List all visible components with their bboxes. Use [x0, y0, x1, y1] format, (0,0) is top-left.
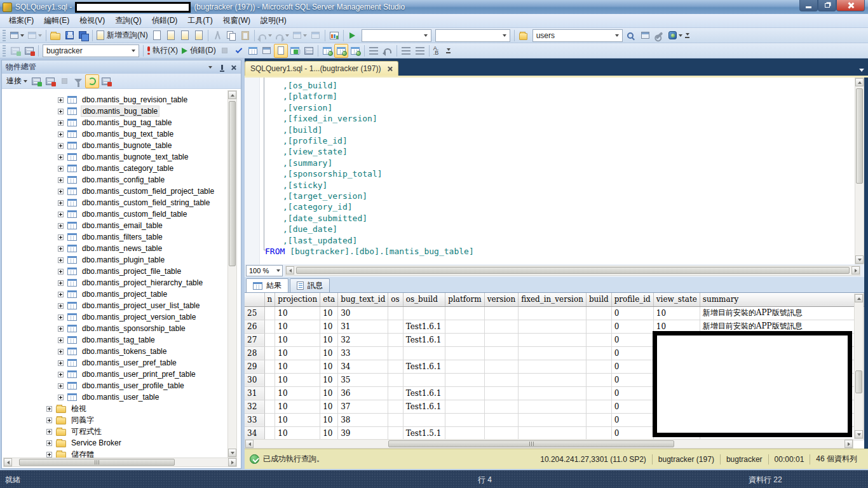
grid-cell[interactable]: [403, 373, 445, 386]
tree-item-table[interactable]: dbo.mantis_project_hierarchy_table: [2, 277, 231, 288]
grid-cell[interactable]: [445, 346, 484, 360]
scroll-down-button[interactable]: [855, 255, 864, 264]
scroll-thumb[interactable]: [388, 440, 674, 447]
scroll-up-button[interactable]: [855, 78, 864, 86]
grid-cell[interactable]: [519, 386, 587, 400]
grid-vertical-scrollbar[interactable]: [854, 294, 864, 439]
expand-plus-icon[interactable]: [58, 315, 64, 320]
tree-item-table[interactable]: dbo.mantis_bug_text_table: [2, 128, 231, 140]
grid-column-header[interactable]: build: [586, 293, 611, 306]
tree-item-table[interactable]: dbo.mantis_bug_table: [2, 105, 231, 117]
tree-item-table[interactable]: dbo.mantis_user_pref_table: [2, 357, 231, 369]
grid-cell[interactable]: [264, 360, 275, 373]
tree-item-table[interactable]: dbo.mantis_project_file_table: [2, 266, 231, 277]
grid-cell[interactable]: 0: [611, 360, 653, 373]
expand-plus-icon[interactable]: [58, 292, 64, 297]
mdx-query-button[interactable]: [164, 29, 178, 43]
menu-query[interactable]: 查詢(Q): [110, 14, 146, 27]
scroll-thumb[interactable]: [856, 88, 863, 184]
grid-cell[interactable]: Test1.6.1: [403, 400, 445, 413]
oe-remove-button[interactable]: [43, 74, 57, 88]
grid-cell[interactable]: [484, 386, 519, 400]
grid-cell[interactable]: 0: [611, 400, 653, 413]
find-button[interactable]: [625, 29, 639, 43]
tree-item-table[interactable]: dbo.mantis_user_print_pref_table: [2, 369, 231, 380]
template-explorer-button[interactable]: [517, 29, 531, 43]
grid-cell[interactable]: [484, 346, 519, 360]
expand-plus-icon[interactable]: [58, 212, 64, 217]
grid-cell[interactable]: 0: [611, 333, 653, 346]
grid-cell[interactable]: [445, 306, 484, 320]
grid-cell[interactable]: 10: [320, 400, 338, 413]
tab-close-icon[interactable]: [387, 66, 392, 71]
change-connection-button[interactable]: [22, 44, 36, 58]
grid-cell[interactable]: [519, 360, 587, 373]
scroll-up-button[interactable]: [228, 91, 236, 99]
grid-cell[interactable]: 10: [275, 386, 320, 400]
expand-plus-icon[interactable]: [58, 132, 64, 137]
expand-plus-icon[interactable]: [58, 303, 64, 309]
grid-cell[interactable]: [586, 373, 611, 386]
grid-cell[interactable]: 35: [338, 373, 388, 386]
oe-disconnect-button[interactable]: [29, 74, 43, 88]
grid-cell[interactable]: 新增目前安裝的APP版號訊息: [700, 306, 864, 320]
results-to-file-button[interactable]: [348, 44, 362, 58]
oe-delete-button[interactable]: [99, 74, 113, 88]
grid-cell[interactable]: [519, 400, 587, 413]
expand-plus-icon[interactable]: [58, 349, 64, 355]
grid-column-header[interactable]: n: [264, 293, 275, 306]
expand-plus-icon[interactable]: [58, 269, 64, 274]
grid-cell[interactable]: [484, 360, 519, 373]
grid-cell[interactable]: [264, 306, 275, 320]
grid-cell[interactable]: 10: [320, 333, 338, 346]
grid-cell[interactable]: [484, 306, 519, 320]
expand-plus-icon[interactable]: [58, 143, 64, 149]
expand-plus-icon[interactable]: [58, 223, 64, 229]
grid-cell[interactable]: 33: [338, 346, 388, 360]
expand-plus-icon[interactable]: [58, 166, 64, 172]
grid-cell[interactable]: [586, 426, 611, 440]
grid-cell[interactable]: [484, 413, 519, 426]
grid-cell[interactable]: 10: [653, 306, 700, 320]
intellisense-button[interactable]: [260, 44, 274, 58]
redo-button[interactable]: [274, 29, 291, 43]
oe-refresh-button[interactable]: [85, 74, 99, 88]
editor-horizontal-scrollbar[interactable]: [285, 266, 860, 276]
grid-row-header[interactable]: 29: [245, 360, 264, 373]
grid-cell[interactable]: Test1.5.1: [403, 426, 445, 440]
menu-view[interactable]: 檢視(V): [74, 14, 110, 27]
tree-item-table[interactable]: dbo.mantis_user_profile_table: [2, 380, 231, 391]
grid-cell[interactable]: 10: [275, 333, 320, 346]
restore-button[interactable]: [818, 0, 836, 11]
grid-cell[interactable]: 36: [338, 386, 388, 400]
panel-menu-button[interactable]: [205, 62, 215, 72]
grid-cell[interactable]: [403, 306, 445, 320]
grid-cell[interactable]: [586, 320, 611, 333]
grid-cell[interactable]: [264, 400, 275, 413]
scroll-thumb[interactable]: [19, 459, 175, 466]
expand-plus-icon[interactable]: [46, 417, 52, 423]
grid-cell[interactable]: [484, 426, 519, 440]
connect-button[interactable]: [8, 44, 22, 58]
grid-column-header[interactable]: os_build: [403, 293, 445, 306]
expand-plus-icon[interactable]: [58, 257, 64, 263]
grid-cell[interactable]: 10: [320, 306, 338, 320]
document-list-dropdown[interactable]: [859, 69, 864, 72]
grid-cell[interactable]: 0: [611, 346, 653, 360]
paste-button[interactable]: [238, 29, 252, 43]
editor-vertical-scrollbar[interactable]: [855, 78, 864, 264]
toolbar-overflow-button[interactable]: [445, 45, 452, 57]
grid-cell[interactable]: [388, 360, 403, 373]
grid-cell[interactable]: 10: [320, 360, 338, 373]
grid-row-header[interactable]: 31: [245, 386, 264, 400]
query-options-button[interactable]: [246, 44, 260, 58]
toolbar-combo-2[interactable]: [435, 29, 510, 42]
properties-button[interactable]: [639, 29, 653, 43]
tab-messages[interactable]: 訊息: [290, 278, 330, 292]
tree-item-table[interactable]: dbo.mantis_category_table: [2, 163, 231, 174]
menu-tools[interactable]: 工具(T): [182, 14, 217, 27]
menu-window[interactable]: 視窗(W): [218, 14, 255, 27]
cut-button[interactable]: [210, 29, 224, 43]
scroll-left-button[interactable]: [4, 458, 12, 466]
grid-cell[interactable]: 10: [275, 400, 320, 413]
